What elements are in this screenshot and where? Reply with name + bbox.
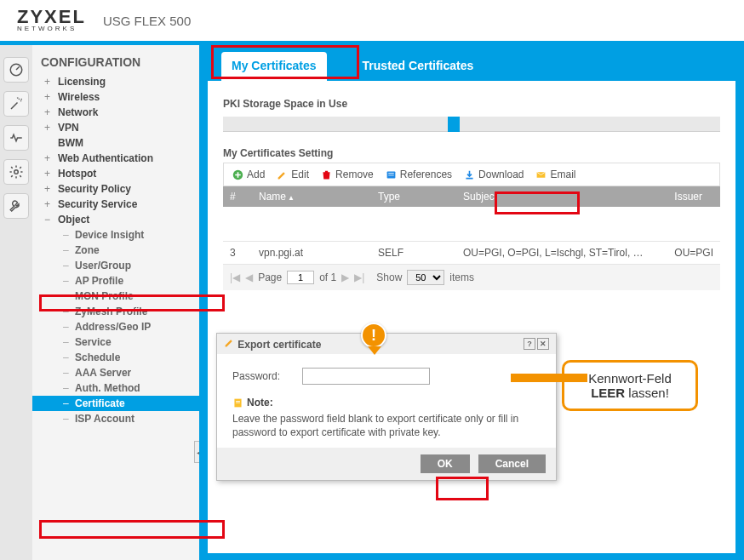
svg-rect-4 — [388, 173, 394, 174]
download-label: Download — [478, 169, 524, 180]
sidebar-item-bwm[interactable]: BWM — [32, 135, 199, 151]
note-icon — [232, 397, 243, 409]
col-index[interactable]: # — [223, 186, 252, 207]
sidebar-item-user-group[interactable]: –User/Group — [32, 258, 199, 273]
dialog-buttons: OK Cancel — [217, 448, 556, 480]
svg-rect-8 — [236, 401, 240, 402]
sidebar-item-object[interactable]: −Object — [32, 212, 199, 227]
remove-label: Remove — [335, 169, 374, 180]
references-label: References — [400, 169, 452, 180]
add-label: Add — [247, 169, 265, 180]
edit-button[interactable]: Edit — [277, 169, 309, 180]
cell-issuer: OU=PGI — [667, 241, 720, 264]
sidebar-item-zone[interactable]: –Zone — [32, 243, 199, 258]
sidebar-item-wireless[interactable]: +Wireless — [32, 89, 199, 105]
pager-first[interactable]: |◀ — [230, 271, 240, 283]
plus-circle-icon — [232, 169, 243, 180]
gear-icon[interactable] — [3, 159, 29, 185]
storage-bar — [223, 117, 720, 132]
cell-subject: OU=PGI, O=PGI, L=Ischgl, ST=Tirol, … — [456, 241, 667, 264]
edit-icon — [277, 169, 288, 180]
cancel-button[interactable]: Cancel — [478, 454, 546, 473]
sidebar-item-security-policy[interactable]: +Security Policy — [32, 181, 199, 197]
logo-subtext: NETWORKS — [17, 25, 77, 32]
ok-button[interactable]: OK — [421, 454, 470, 473]
sidebar-item-security-service[interactable]: +Security Service — [32, 197, 199, 212]
storage-title: PKI Storage Space in Use — [223, 98, 720, 110]
col-issuer[interactable]: Issuer — [667, 186, 720, 207]
remove-button[interactable]: Remove — [321, 169, 374, 180]
sidebar-item-device-insight[interactable]: –Device Insight — [32, 227, 199, 243]
col-type[interactable]: Type — [371, 186, 456, 207]
svg-rect-9 — [236, 402, 240, 403]
tools-icon[interactable] — [3, 193, 29, 219]
wand-icon[interactable] — [3, 91, 29, 117]
dialog-title-text: Export certificate — [238, 339, 321, 351]
sidebar-item-vpn[interactable]: +VPN — [32, 120, 199, 135]
device-model: USG FLEX 500 — [103, 14, 191, 28]
edit-icon — [224, 337, 235, 348]
highlight-certificate — [39, 520, 225, 539]
col-name[interactable]: Name▲ — [252, 186, 371, 207]
sidebar-item-network[interactable]: +Network — [32, 105, 199, 120]
pager-next[interactable]: ▶ — [341, 271, 349, 283]
nav-iconrail — [0, 45, 32, 560]
app-header: ZYXEL NETWORKS USG FLEX 500 — [0, 0, 744, 41]
tab-my-certificates[interactable]: My Certificates — [221, 52, 327, 81]
sidebar-heading: CONFIGURATION — [32, 54, 199, 74]
svg-rect-5 — [388, 174, 394, 175]
table-toolbar: Add Edit Remove References Download — [223, 163, 720, 186]
cell-index: 3 — [223, 241, 252, 264]
export-dialog: Export certificate ? ✕ Password: Note: — [216, 333, 557, 481]
dialog-titlebar: Export certificate ? ✕ — [217, 334, 556, 354]
main-content: My Certificates Trusted Certificates PKI… — [199, 45, 744, 560]
storage-bar-fill — [448, 117, 460, 132]
pager-show-select[interactable]: 50 — [407, 270, 444, 285]
sidebar-item-isp-account[interactable]: –ISP Account — [32, 411, 199, 426]
sidebar-item-licensing[interactable]: +Licensing — [32, 74, 199, 89]
dialog-help-icon[interactable]: ? — [524, 338, 535, 350]
sidebar-item-aaa-server[interactable]: –AAA Server — [32, 365, 199, 380]
sidebar-item-hotspot[interactable]: +Hotspot — [32, 166, 199, 181]
password-input[interactable] — [302, 368, 430, 385]
table-section-title: My Certificates Setting — [223, 147, 720, 159]
note-text: Leave the password field blank to export… — [232, 412, 541, 439]
pager-prev[interactable]: ◀ — [245, 271, 253, 283]
sort-asc-icon: ▲ — [288, 194, 295, 202]
email-button[interactable]: Email — [535, 169, 575, 180]
dashboard-icon[interactable] — [3, 57, 29, 83]
table-header-row: # Name▲ Type Subject Issuer — [223, 186, 720, 207]
table-row[interactable]: 3 vpn.pgi.at SELF OU=PGI, O=PGI, L=Ischg… — [223, 241, 720, 264]
pager-page-input[interactable] — [287, 271, 314, 284]
pager-last[interactable]: ▶| — [354, 271, 364, 283]
sidebar-item-service[interactable]: –Service — [32, 334, 199, 350]
pager-page-total: of 1 — [319, 271, 336, 283]
tab-trusted-certificates[interactable]: Trusted Certificates — [352, 52, 484, 81]
sidebar-item-ap-profile[interactable]: –AP Profile — [32, 273, 199, 289]
dialog-close-icon[interactable]: ✕ — [537, 338, 549, 350]
sidebar-item-certificate[interactable]: –Certificate — [32, 396, 199, 411]
references-button[interactable]: References — [386, 169, 452, 180]
sidebar-item-auth-method[interactable]: –Auth. Method — [32, 380, 199, 396]
download-button[interactable]: Download — [464, 169, 524, 180]
pager-page-label: Page — [258, 271, 282, 283]
cell-type: SELF — [371, 241, 456, 264]
edit-label: Edit — [291, 169, 309, 180]
sidebar-item-schedule[interactable]: –Schedule — [32, 350, 199, 365]
note-heading: Note: — [232, 397, 541, 409]
logo-text: ZYXEL — [17, 9, 86, 26]
logo: ZYXEL NETWORKS — [17, 9, 86, 33]
panel: PKI Storage Space in Use My Certificates… — [208, 81, 735, 553]
sidebar-item-mon-profile[interactable]: –MON Profile — [32, 289, 199, 304]
sidebar-item-web-auth[interactable]: +Web Authentication — [32, 151, 199, 166]
svg-point-1 — [14, 170, 19, 174]
sidebar-item-zymesh-profile[interactable]: –ZyMesh Profile — [32, 304, 199, 319]
certificates-table: # Name▲ Type Subject Issuer 3 vpn.pgi.at… — [223, 186, 720, 265]
col-subject[interactable]: Subject — [456, 186, 667, 207]
add-button[interactable]: Add — [232, 169, 265, 180]
email-icon — [535, 169, 547, 180]
monitor-icon[interactable] — [3, 125, 29, 151]
sidebar-item-address-geo-ip[interactable]: –Address/Geo IP — [32, 319, 199, 334]
annotation-arrow-icon — [487, 360, 511, 394]
annotation-callout: Kennwort-Feld LEER lassen! — [570, 360, 698, 411]
